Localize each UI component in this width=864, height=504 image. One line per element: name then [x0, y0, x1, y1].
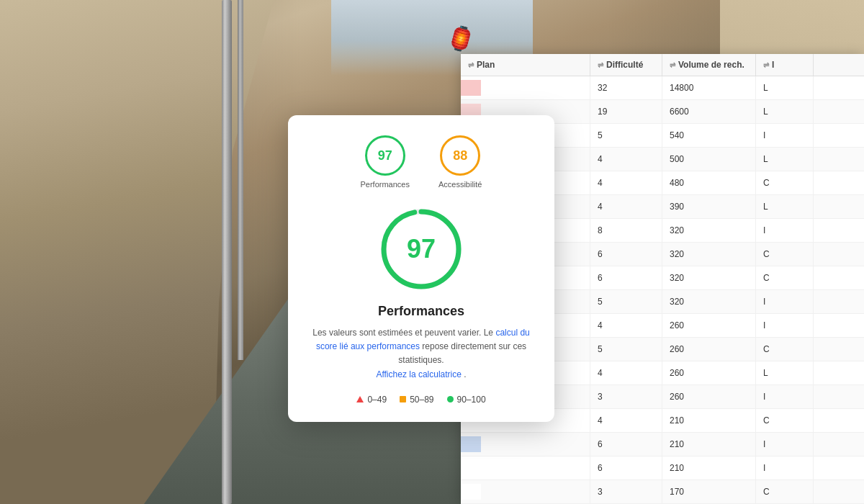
difficulte-cell: 4: [590, 171, 662, 194]
difficulte-cell: 3: [590, 480, 662, 503]
table-row[interactable]: 6210I: [461, 456, 864, 480]
plan-color-bar: [461, 484, 481, 500]
score-circle-accessibilite: 88: [440, 135, 480, 176]
volume-cell: 320: [662, 219, 756, 242]
volume-cell: 260: [662, 361, 756, 384]
big-score-value: 97: [378, 206, 464, 292]
volume-cell: 260: [662, 314, 756, 337]
difficulte-cell: 19: [590, 100, 662, 123]
volume-cell: 260: [662, 385, 756, 408]
plan-color-bar: [461, 460, 481, 476]
difficulte-cell: 32: [590, 76, 662, 99]
volume-cell: 540: [662, 124, 756, 147]
difficulte-cell: 4: [590, 314, 662, 337]
score-label-performances: Performances: [360, 180, 409, 189]
legend-item-green: 90–100: [447, 395, 486, 405]
difficulte-cell: 5: [590, 124, 662, 147]
volume-cell: 14800: [662, 76, 756, 99]
legend-range-90-100: 90–100: [457, 395, 486, 405]
sort-icon-extra: ⇌: [763, 61, 769, 69]
modal-description: Les valeurs sont estimées et peuvent var…: [310, 326, 533, 382]
score-value-performances: 97: [378, 148, 392, 163]
big-score-container: 97: [310, 206, 533, 292]
header-plan-label: Plan: [477, 60, 495, 70]
volume-cell: 480: [662, 171, 756, 194]
plan-cell: [461, 433, 590, 456]
volume-cell: 260: [662, 338, 756, 361]
square-icon: [400, 396, 406, 402]
extra-cell: C: [756, 480, 814, 503]
volume-cell: 320: [662, 290, 756, 313]
table-row[interactable]: 3170C: [461, 480, 864, 504]
circle-icon: [447, 396, 454, 402]
extra-cell: C: [756, 338, 814, 361]
triangle-icon: [356, 396, 364, 402]
extra-cell: I: [756, 219, 814, 242]
score-item-performances: 97 Performances: [360, 135, 409, 189]
plan-cell: [461, 76, 590, 99]
extra-cell: I: [756, 456, 814, 480]
legend-range-50-89: 50–89: [410, 395, 433, 405]
extra-cell: I: [756, 290, 814, 313]
score-label-accessibilite: Accessibilité: [438, 180, 482, 189]
volume-cell: 170: [662, 480, 756, 503]
pipe-2: [238, 0, 243, 360]
difficulte-cell: 6: [590, 433, 662, 456]
legend-range-0-49: 0–49: [367, 395, 387, 405]
plan-cell: [461, 456, 590, 480]
extra-cell: L: [756, 76, 814, 99]
volume-cell: 6600: [662, 100, 756, 123]
performance-modal: 97 Performances 88 Accessibilité 97 Perf…: [288, 115, 554, 422]
volume-cell: 210: [662, 433, 756, 456]
sort-icon-difficulte: ⇌: [598, 61, 603, 69]
header-difficulte-label: Difficulté: [606, 60, 643, 70]
sort-icon-plan: ⇌: [468, 61, 474, 69]
table-row[interactable]: 6210I: [461, 433, 864, 456]
volume-cell: 210: [662, 456, 756, 480]
big-score-circle: 97: [378, 206, 464, 292]
difficulte-cell: 4: [590, 148, 662, 171]
difficulte-cell: 6: [590, 243, 662, 266]
header-volume[interactable]: ⇌ Volume de rech.: [662, 54, 756, 76]
plan-cell: [461, 480, 590, 503]
difficulte-cell: 5: [590, 338, 662, 361]
table-row[interactable]: 3214800L: [461, 76, 864, 100]
difficulte-cell: 4: [590, 195, 662, 218]
score-item-accessibilite: 88 Accessibilité: [438, 135, 482, 189]
volume-cell: 320: [662, 266, 756, 289]
volume-cell: 500: [662, 148, 756, 171]
plan-color-bar: [461, 80, 481, 96]
extra-cell: I: [756, 433, 814, 456]
header-difficulte[interactable]: ⇌ Difficulté: [590, 54, 662, 76]
legend-item-orange: 50–89: [400, 395, 433, 405]
difficulte-cell: 5: [590, 290, 662, 313]
extra-cell: C: [756, 243, 814, 266]
score-circle-performances: 97: [365, 135, 405, 176]
volume-cell: 210: [662, 409, 756, 432]
header-extra[interactable]: ⇌ I: [756, 54, 814, 76]
legend-row: 0–49 50–89 90–100: [310, 395, 533, 405]
modal-link-calculatrice[interactable]: Affichez la calculatrice: [376, 369, 462, 379]
extra-cell: I: [756, 385, 814, 408]
extra-cell: I: [756, 314, 814, 337]
header-plan[interactable]: ⇌ Plan: [461, 54, 590, 76]
score-value-accessibilite: 88: [453, 148, 467, 163]
header-volume-label: Volume de rech.: [678, 60, 744, 70]
difficulte-cell: 8: [590, 219, 662, 242]
sort-icon-volume: ⇌: [670, 61, 675, 69]
table-header: ⇌ Plan ⇌ Difficulté ⇌ Volume de rech. ⇌ …: [461, 54, 864, 76]
difficulte-cell: 3: [590, 385, 662, 408]
scores-row: 97 Performances 88 Accessibilité: [310, 135, 533, 189]
modal-desc-text: Les valeurs sont estimées et peuvent var…: [312, 328, 493, 338]
difficulte-cell: 6: [590, 456, 662, 480]
extra-cell: L: [756, 361, 814, 384]
difficulte-cell: 4: [590, 361, 662, 384]
header-extra-label: I: [772, 60, 774, 70]
extra-cell: L: [756, 100, 814, 123]
volume-cell: 320: [662, 243, 756, 266]
extra-cell: C: [756, 409, 814, 432]
volume-cell: 390: [662, 195, 756, 218]
extra-cell: C: [756, 171, 814, 194]
extra-cell: L: [756, 148, 814, 171]
extra-cell: C: [756, 266, 814, 289]
